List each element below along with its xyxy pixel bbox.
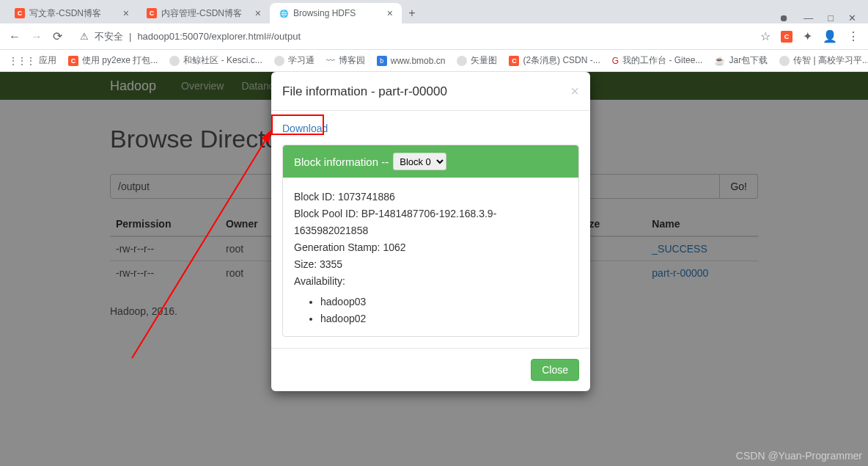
bookmark-item[interactable]: 传智 | 高校学习平...	[779, 54, 868, 67]
bookmark-item[interactable]: 〰博客园	[326, 54, 365, 67]
window-controls: ⏺ — □ ✕	[779, 12, 868, 23]
bookmark-item[interactable]: G我的工作台 - Gitee...	[612, 54, 703, 67]
watermark: CSDN @Yuan-Programmer	[736, 450, 862, 462]
apps-button[interactable]: ⋮⋮⋮ 应用	[9, 54, 56, 67]
profile-icon[interactable]: 👤	[823, 29, 837, 43]
tab-hdfs[interactable]: 🌐Browsing HDFS×	[270, 3, 402, 23]
omnibox[interactable]: ⚠ 不安全 | hadoop01:50070/explorer.html#/ou…	[73, 30, 750, 43]
download-link[interactable]: Download	[282, 123, 328, 134]
generation-stamp: Generation Stamp: 1062	[294, 239, 567, 256]
block-id: Block ID: 1073741886	[294, 189, 567, 205]
bookmark-item[interactable]: 学习通	[274, 54, 315, 67]
security-label: 不安全	[95, 30, 123, 43]
close-icon[interactable]: ×	[123, 7, 129, 19]
tab-title: 内容管理-CSDN博客	[161, 7, 242, 20]
block-size: Size: 3355	[294, 256, 567, 273]
close-icon[interactable]: ×	[387, 7, 393, 19]
extensions-icon[interactable]: ✦	[803, 29, 812, 43]
back-icon[interactable]: ←	[9, 30, 21, 43]
maximize-icon[interactable]: □	[828, 12, 834, 23]
csdn-ext-icon[interactable]: C	[781, 31, 792, 43]
forward-icon[interactable]: →	[31, 30, 43, 43]
close-icon[interactable]: ×	[570, 83, 579, 100]
panel-title: Block information --	[294, 156, 389, 168]
close-icon[interactable]: ×	[255, 7, 261, 19]
url-text: hadoop01:50070/explorer.html#/output	[137, 31, 301, 42]
bookmark-item[interactable]: ☕Jar包下载	[714, 54, 768, 67]
separator: |	[129, 31, 131, 42]
bookmark-item[interactable]: C使用 py2exe 打包...	[68, 54, 158, 67]
minimize-icon[interactable]: —	[803, 12, 813, 23]
globe-icon: 🌐	[279, 8, 289, 18]
bookmark-item[interactable]: bwww.bmob.cn	[377, 56, 446, 66]
bookmark-item[interactable]: 矢量图	[457, 54, 497, 67]
block-select[interactable]: Block 0	[393, 153, 446, 170]
bookmarks-bar: ⋮⋮⋮ 应用 C使用 py2exe 打包... 和鲸社区 - Kesci.c..…	[0, 50, 868, 72]
file-info-modal: File information - part-r-00000 × Downlo…	[271, 72, 590, 391]
tab-csdn-manage[interactable]: C内容管理-CSDN博客×	[138, 3, 270, 23]
tab-csdn-write[interactable]: C写文章-CSDN博客×	[6, 3, 138, 23]
node-item: hadoop02	[320, 310, 567, 327]
tab-title: Browsing HDFS	[293, 8, 356, 18]
bookmark-item[interactable]: C(2条消息) CSDN -...	[509, 54, 600, 67]
new-tab-button[interactable]: +	[402, 3, 422, 23]
availability-label: Availability:	[294, 273, 567, 290]
modal-title: File information - part-r-00000	[282, 84, 447, 99]
insecure-icon: ⚠	[80, 31, 89, 42]
page-content: Hadoop Overview Datanodes Snapshot Start…	[0, 72, 868, 466]
record-icon[interactable]: ⏺	[779, 12, 789, 23]
address-bar: ← → ⟳ ⚠ 不安全 | hadoop01:50070/explorer.ht…	[0, 23, 868, 50]
menu-icon[interactable]: ⋮	[847, 29, 859, 43]
close-window-icon[interactable]: ✕	[848, 12, 856, 23]
reload-icon[interactable]: ⟳	[53, 29, 62, 43]
tab-title: 写文章-CSDN博客	[29, 7, 101, 20]
node-item: hadoop03	[320, 294, 567, 310]
browser-tab-strip: C写文章-CSDN博客× C内容管理-CSDN博客× 🌐Browsing HDF…	[0, 0, 868, 23]
star-icon[interactable]: ☆	[760, 29, 770, 43]
block-pool-id: Block Pool ID: BP-1481487706-192.168.3.9…	[294, 205, 567, 239]
close-button[interactable]: Close	[531, 359, 579, 381]
block-panel: Block information -- Block 0 Block ID: 1…	[282, 145, 579, 337]
bookmark-item[interactable]: 和鲸社区 - Kesci.c...	[169, 54, 262, 67]
